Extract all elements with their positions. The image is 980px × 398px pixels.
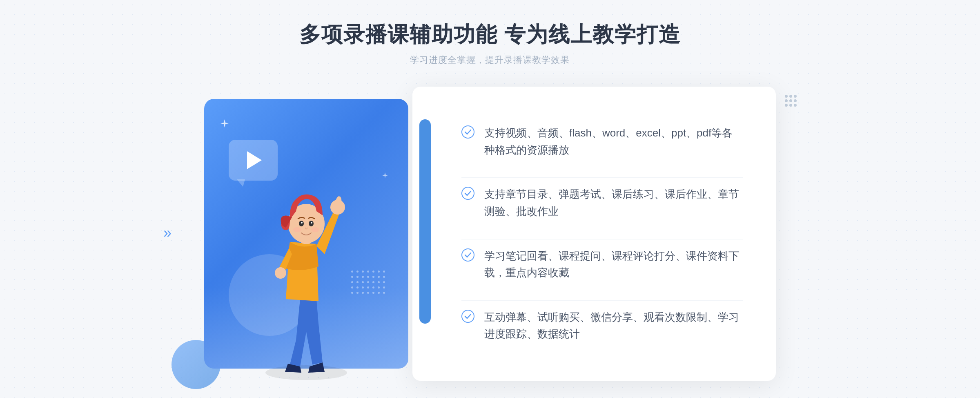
feature-item-3: 学习笔记回看、课程提问、课程评论打分、课件资料下载，重点内容收藏 (461, 239, 743, 290)
check-icon-4 (461, 310, 474, 323)
header-right-dots (689, 38, 699, 49)
right-panel: 支持视频、音频、flash、word、excel、ppt、pdf等各种格式的资源… (412, 87, 776, 381)
content-area: » (204, 87, 776, 381)
svg-point-11 (311, 222, 312, 224)
svg-point-14 (462, 126, 474, 138)
svg-point-9 (309, 221, 314, 226)
illustration-area (204, 87, 425, 381)
svg-point-12 (293, 227, 301, 232)
svg-point-10 (301, 222, 303, 224)
header-section: 多项录播课辅助功能 专为线上教学打造 学习进度全掌握，提升录播课教学效果 (281, 20, 699, 66)
svg-point-15 (462, 187, 474, 199)
svg-point-8 (299, 221, 304, 226)
page-title: 多项录播课辅助功能 专为线上教学打造 (299, 20, 681, 49)
feature-text-4: 互动弹幕、试听购买、微信分享、观看次数限制、学习进度跟踪、数据统计 (484, 309, 743, 343)
feature-text-3: 学习笔记回看、课程提问、课程评论打分、课件资料下载，重点内容收藏 (484, 248, 743, 282)
page-subtitle: 学习进度全掌握，提升录播课教学效果 (299, 54, 681, 66)
white-bar (419, 119, 431, 324)
top-right-dots (785, 95, 796, 106)
feature-item-1: 支持视频、音频、flash、word、excel、ppt、pdf等各种格式的资源… (461, 116, 743, 167)
feature-text-1: 支持视频、音频、flash、word、excel、ppt、pdf等各种格式的资源… (484, 125, 743, 159)
svg-point-3 (265, 365, 347, 380)
left-chevron: » (163, 225, 180, 243)
feature-text-2: 支持章节目录、弹题考试、课后练习、课后作业、章节测验、批改作业 (484, 186, 743, 220)
feature-item-2: 支持章节目录、弹题考试、课后练习、课后作业、章节测验、批改作业 (461, 177, 743, 228)
svg-marker-2 (382, 172, 388, 178)
svg-point-5 (275, 267, 286, 279)
page-container: 多项录播课辅助功能 专为线上教学打造 学习进度全掌握，提升录播课教学效果 » (0, 0, 980, 398)
sparkle-2 (382, 172, 388, 180)
check-icon-2 (461, 187, 474, 200)
svg-point-17 (462, 310, 474, 322)
svg-text:»: » (163, 225, 172, 241)
header-left-dots (281, 38, 291, 49)
svg-point-16 (462, 249, 474, 261)
person-illustration (237, 144, 376, 381)
svg-point-13 (311, 227, 319, 232)
svg-marker-1 (220, 119, 229, 127)
feature-item-4: 互动弹幕、试听购买、微信分享、观看次数限制、学习进度跟踪、数据统计 (461, 300, 743, 351)
sparkle-1 (220, 119, 229, 129)
check-icon-3 (461, 248, 474, 262)
check-icon-1 (461, 125, 474, 139)
